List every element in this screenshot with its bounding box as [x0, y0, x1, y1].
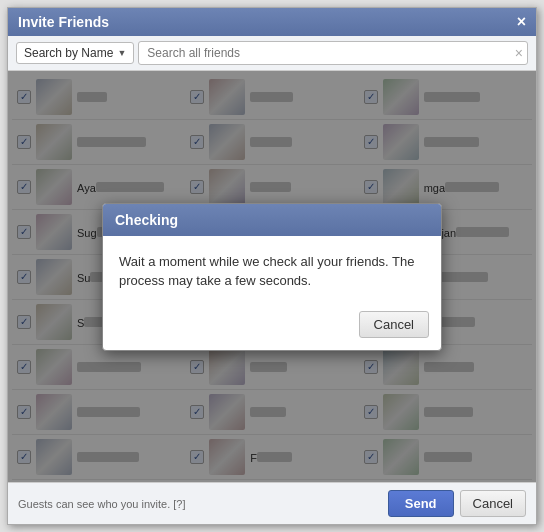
dropdown-caret-icon: ▼: [117, 48, 126, 58]
checking-dialog-title: Checking: [103, 204, 441, 236]
checking-dialog: Checking Wait a moment while we check al…: [102, 203, 442, 351]
modal-title: Invite Friends: [18, 14, 109, 30]
search-filter-label: Search by Name: [24, 46, 113, 60]
footer-buttons: Send Cancel: [388, 490, 526, 517]
friends-area: AyamgaSugkhajanSughSAF Checking Wait a m…: [8, 71, 536, 482]
footer-note: Guests can see who you invite. [?]: [18, 498, 186, 510]
search-input[interactable]: [138, 41, 528, 65]
search-clear-icon[interactable]: ×: [515, 45, 523, 61]
overlay: Checking Wait a moment while we check al…: [8, 71, 536, 482]
search-input-wrap: ×: [138, 41, 528, 65]
checking-dialog-message: Wait a moment while we check all your fr…: [103, 236, 441, 303]
close-button[interactable]: ×: [517, 14, 526, 30]
invite-friends-modal: Invite Friends × Search by Name ▼ × Ayam…: [7, 7, 537, 525]
send-button[interactable]: Send: [388, 490, 454, 517]
checking-cancel-button[interactable]: Cancel: [359, 311, 429, 338]
search-bar: Search by Name ▼ ×: [8, 36, 536, 71]
cancel-button[interactable]: Cancel: [460, 490, 526, 517]
checking-dialog-footer: Cancel: [103, 303, 441, 350]
title-bar: Invite Friends ×: [8, 8, 536, 36]
search-filter-button[interactable]: Search by Name ▼: [16, 42, 134, 64]
footer: Guests can see who you invite. [?] Send …: [8, 482, 536, 524]
